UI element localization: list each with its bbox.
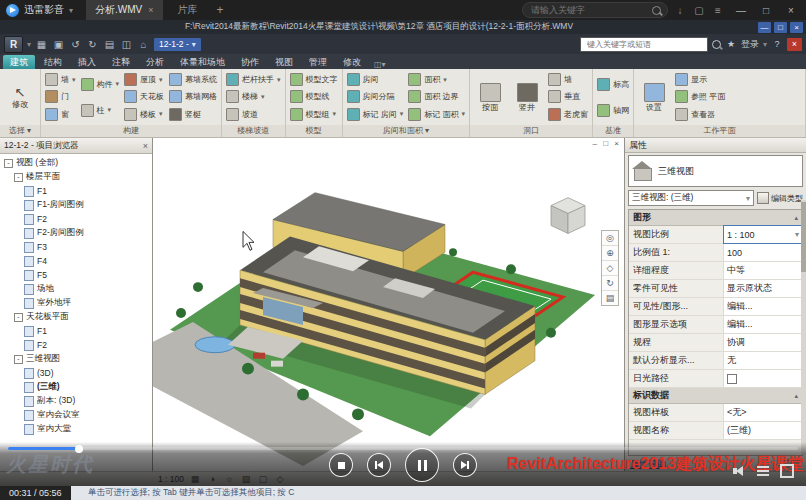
help-icon[interactable]: ? <box>771 39 783 49</box>
save-icon[interactable]: ▣ <box>52 39 65 50</box>
property-row[interactable]: 规程协调 <box>629 334 802 352</box>
tab-manage[interactable]: 管理 <box>302 55 334 69</box>
wall-button[interactable]: 墙▾ <box>45 72 76 88</box>
room-button[interactable]: 房间 <box>347 72 404 88</box>
tab-architecture[interactable]: 建筑 <box>3 55 35 69</box>
tab-analyze[interactable]: 分析 <box>139 55 171 69</box>
area-boundary-button[interactable]: 面积 边界 <box>408 89 465 105</box>
revit-minimize-button[interactable]: — <box>758 22 771 33</box>
property-row[interactable]: 视图样板<无> <box>629 404 802 422</box>
tree-item[interactable]: -楼层平面 <box>0 170 152 184</box>
revit-restore-button[interactable]: □ <box>774 22 787 33</box>
tree-item[interactable]: -视图 (全部) <box>0 156 152 170</box>
collapse-icon[interactable]: - <box>14 313 23 322</box>
tag-area-button[interactable]: 标记 面积▾ <box>408 106 465 122</box>
tree-item[interactable]: 室内会议室 <box>0 408 152 422</box>
next-button[interactable] <box>453 453 477 477</box>
panel-room-area-label[interactable]: 房间和面积 ▾ <box>343 125 470 137</box>
tree-item[interactable]: (3D) <box>0 366 152 380</box>
wall-opening-button[interactable]: 墙 <box>548 72 588 88</box>
tree-item[interactable]: F5 <box>0 268 152 282</box>
tab-library[interactable]: 片库 <box>168 3 208 17</box>
edit-type-button[interactable]: 编辑类型 <box>757 192 803 204</box>
tree-item[interactable]: F1 <box>0 324 152 338</box>
view-scale-value[interactable]: 1 : 100▾ <box>724 226 802 243</box>
curtain-grid-button[interactable]: 幕墙网格 <box>169 89 217 105</box>
railing-button[interactable]: 栏杆扶手▾ <box>226 72 281 88</box>
undo-icon[interactable]: ↺ <box>69 39 82 50</box>
property-row[interactable]: 日光路径 <box>629 370 802 388</box>
app-button-caret-icon[interactable]: ▾ <box>27 40 31 49</box>
panel-select-label[interactable]: 选择 ▾ <box>0 125 40 137</box>
player-search-input[interactable] <box>529 4 648 16</box>
tree-item[interactable]: F2 <box>0 212 152 226</box>
shaft-button[interactable]: 竖井 <box>511 71 543 123</box>
vertical-opening-button[interactable]: 垂直 <box>548 89 588 105</box>
navigation-wheel-icon[interactable]: ◎ <box>602 231 618 246</box>
skin-icon[interactable]: ▢ <box>692 5 706 16</box>
tab-current-video[interactable]: 分析.WMV × <box>86 0 162 20</box>
stop-button[interactable] <box>329 453 353 477</box>
room-separator-button[interactable]: 房间分隔 <box>347 89 404 105</box>
new-tab-button[interactable]: + <box>213 3 228 17</box>
ribbon-display-toggle-icon[interactable]: ◫▾ <box>374 60 386 69</box>
redo-icon[interactable]: ↻ <box>86 39 99 50</box>
infocenter-search-box[interactable] <box>580 37 708 52</box>
tree-item[interactable]: F1-房间图例 <box>0 198 152 212</box>
door-button[interactable]: 门 <box>45 89 76 105</box>
collapse-icon[interactable]: - <box>4 159 13 168</box>
tree-item[interactable]: -天花板平面 <box>0 310 152 324</box>
open-icon[interactable]: ▦ <box>35 39 48 50</box>
orbit-icon[interactable]: ↻ <box>602 276 618 291</box>
navigation-bar[interactable]: ◎ ⊕ ◇ ↻ ▤ <box>601 230 619 306</box>
section-identity[interactable]: 标识数据▴ <box>629 388 802 404</box>
section-graphics[interactable]: 图形▴ <box>629 210 802 226</box>
tree-item[interactable]: 副本: (3D) <box>0 394 152 408</box>
download-icon[interactable]: ↓ <box>673 5 687 16</box>
menu-icon[interactable]: ≡ <box>711 5 725 16</box>
rewind-icon[interactable]: ▤ <box>602 291 618 305</box>
type-selector-dropdown[interactable]: 三维视图: (三维) ▾ <box>628 190 754 206</box>
collapse-icon[interactable]: - <box>14 355 23 364</box>
tree-item[interactable]: 场地 <box>0 282 152 296</box>
player-search-box[interactable] <box>522 2 668 18</box>
login-caret-icon[interactable]: ▾ <box>763 40 767 49</box>
stair-button[interactable]: 楼梯▾ <box>226 89 281 105</box>
video-area[interactable]: F:\Revit2014最新教程\Revit2014火星课堂建筑设计\视频\第1… <box>0 20 806 500</box>
type-preview[interactable]: 三维视图 <box>628 155 803 187</box>
curtain-system-button[interactable]: 幕墙系统 <box>169 72 217 88</box>
drawing-area-3d-view[interactable]: – □ × ◎ ⊕ ◇ ↻ ▤ <box>153 138 624 471</box>
properties-header[interactable]: 属性 <box>625 138 806 153</box>
sun-path-checkbox[interactable] <box>727 374 737 384</box>
revit-close-button[interactable]: × <box>790 22 803 33</box>
property-row[interactable]: 视图名称(三维) <box>629 422 802 440</box>
tab-modify[interactable]: 修改 <box>336 55 368 69</box>
roof-button[interactable]: 屋顶▾ <box>124 72 164 88</box>
tree-item[interactable]: F2-房间图例 <box>0 226 152 240</box>
infocenter-search-icon[interactable] <box>712 40 721 49</box>
zoom-icon[interactable]: ◇ <box>602 261 618 276</box>
tab-collaborate[interactable]: 协作 <box>234 55 266 69</box>
print-icon[interactable]: ▤ <box>103 39 116 50</box>
tree-item[interactable]: F3 <box>0 240 152 254</box>
tag-room-button[interactable]: 标记 房间▾ <box>347 106 404 122</box>
search-icon[interactable] <box>652 6 661 15</box>
area-button[interactable]: 面积▾ <box>408 72 465 88</box>
viewer-button[interactable]: 查看器 <box>675 106 725 122</box>
app-menu-caret-icon[interactable]: ▾ <box>69 6 73 15</box>
tab-insert[interactable]: 插入 <box>71 55 103 69</box>
tree-item[interactable]: 室外地坪 <box>0 296 152 310</box>
tree-item-selected[interactable]: (三维) <box>0 380 152 394</box>
tab-close-icon[interactable]: × <box>148 5 153 15</box>
project-browser-close-icon[interactable]: × <box>143 141 148 151</box>
pan-icon[interactable]: ⊕ <box>602 246 618 261</box>
project-browser-header[interactable]: 12-1-2 - 项目浏览器 × <box>0 138 152 154</box>
tree-item[interactable]: -三维视图 <box>0 352 152 366</box>
model-text-button[interactable]: 模型文字 <box>290 72 338 88</box>
dormer-button[interactable]: 老虎窗 <box>548 106 588 122</box>
tab-massing-site[interactable]: 体量和场地 <box>173 55 232 69</box>
document-close-button[interactable]: × <box>787 38 802 51</box>
column-button[interactable]: 柱▾ <box>81 102 120 118</box>
property-row[interactable]: 视图比例1 : 100▾ <box>629 226 802 244</box>
mullion-button[interactable]: 竖梃 <box>169 106 217 122</box>
